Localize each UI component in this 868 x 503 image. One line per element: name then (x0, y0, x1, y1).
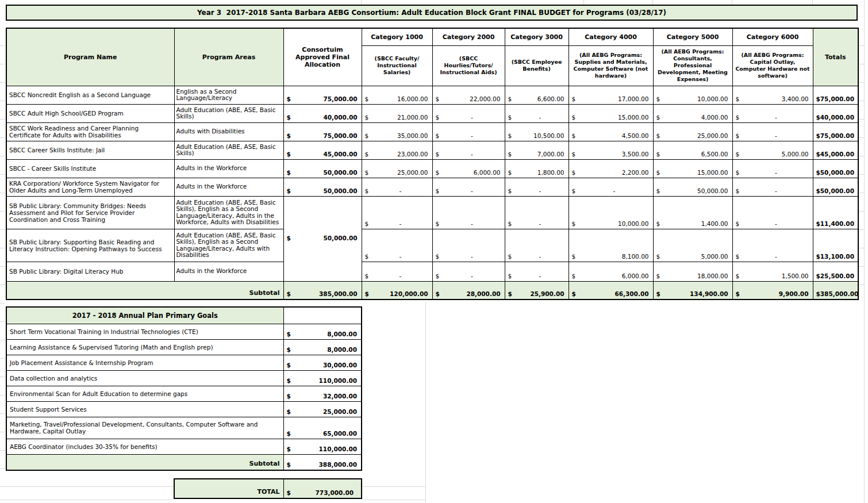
category-1000-cell[interactable]: $23,000.00 (362, 141, 432, 159)
program-areas-header-cell[interactable]: Program Areas (174, 28, 283, 86)
row-total-cell[interactable]: $25,500.00 (813, 262, 858, 281)
program-name-cell[interactable]: SBCC Work Readiness and Career Planning … (6, 122, 174, 141)
category-2000-cell[interactable]: $- (432, 262, 505, 281)
grand-total-label-cell[interactable]: TOTAL (174, 479, 283, 498)
category-2000-cell[interactable]: $- (432, 229, 505, 262)
program-name-cell[interactable]: SBCC Career Skills Institute: Jail (6, 141, 174, 159)
program-areas-cell[interactable]: Adults in the Workforce (174, 262, 283, 281)
category-1000-cell[interactable]: $- (362, 178, 432, 196)
category-3000-cell[interactable]: $- (505, 229, 569, 262)
category-6000-cell[interactable]: $- (732, 196, 813, 229)
category-3000-cell[interactable]: $1,800.00 (505, 159, 569, 178)
allocation-cell[interactable]: $50,000.00 (283, 196, 362, 281)
category-3000-cell[interactable]: $10,500.00 (505, 122, 569, 141)
category-4000-header[interactable]: Category 4000 (569, 28, 653, 45)
allocation-cell[interactable]: $75,000.00 (283, 86, 362, 104)
row-total-cell[interactable]: $13,100.00 (813, 229, 858, 262)
category-4000-cell[interactable]: $6,000.00 (569, 262, 653, 281)
category-4000-cell[interactable]: $3,500.00 (569, 141, 653, 159)
program-areas-cell[interactable]: Adults with Disabilities (174, 122, 283, 141)
category-2000-subheader[interactable]: (SBCC Hourlies/Tutors/ Instructional Aid… (432, 45, 505, 86)
category-1000-cell[interactable]: $21,000.00 (362, 104, 432, 122)
category-2000-cell[interactable]: $- (432, 122, 505, 141)
category-3000-subheader[interactable]: (SBCC Employee Benefits) (505, 45, 569, 86)
category-5000-cell[interactable]: $15,000.00 (653, 159, 732, 178)
category-6000-header[interactable]: Category 6000 (732, 28, 813, 45)
category-6000-cell[interactable]: $- (732, 178, 813, 196)
goal-amount-cell[interactable]: $25,000.00 (283, 401, 362, 417)
category-3000-header[interactable]: Category 3000 (505, 28, 569, 45)
subtotal-category-6000-cell[interactable]: $9,900.00 (732, 281, 813, 300)
category-3000-cell[interactable]: $- (505, 262, 569, 281)
row-total-cell[interactable]: $45,000.00 (813, 141, 858, 159)
allocation-header-cell[interactable]: Consortuim Approved Final Allocation (283, 28, 362, 86)
program-areas-cell[interactable]: Adult Education (ABE, ASE, Basic Skills)… (174, 229, 283, 262)
category-1000-cell[interactable]: $16,000.00 (362, 86, 432, 104)
category-4000-cell[interactable]: $- (569, 178, 653, 196)
row-total-cell[interactable]: $75,000.00 (813, 122, 858, 141)
category-5000-cell[interactable]: $4,000.00 (653, 104, 732, 122)
category-5000-cell[interactable]: $18,000.00 (653, 262, 732, 281)
category-5000-subheader[interactable]: (All AEBG Programs: Consultants, Profess… (653, 45, 732, 86)
goals-amount-header-cell[interactable] (283, 307, 362, 324)
subtotal-category-4000-cell[interactable]: $66,300.00 (569, 281, 653, 300)
subtotal-category-2000-cell[interactable]: $28,000.00 (432, 281, 505, 300)
category-6000-cell[interactable]: $- (732, 229, 813, 262)
goal-label-cell[interactable]: Environmental Scan for Adult Education t… (6, 386, 283, 401)
program-name-cell[interactable]: SBCC Adult High School/GED Program (6, 104, 174, 122)
grand-total-amount-cell[interactable]: $ 773,000.00 (283, 479, 362, 498)
goal-amount-cell[interactable]: $65,000.00 (283, 417, 362, 439)
goal-amount-cell[interactable]: $110,000.00 (283, 370, 362, 386)
category-1000-cell[interactable]: $- (362, 196, 432, 229)
category-4000-cell[interactable]: $10,000.00 (569, 196, 653, 229)
program-name-cell[interactable]: SB Public Library: Supporting Basic Read… (6, 229, 174, 262)
goal-label-cell[interactable]: Learning Assistance & Supervised Tutorin… (6, 339, 283, 355)
goal-label-cell[interactable]: Short Term Vocational Training in Indust… (6, 324, 283, 339)
allocation-cell[interactable]: $75,000.00 (283, 122, 362, 141)
allocation-cell[interactable]: $45,000.00 (283, 141, 362, 159)
category-4000-cell[interactable]: $15,000.00 (569, 104, 653, 122)
row-total-cell[interactable]: $11,400.00 (813, 196, 858, 229)
category-5000-cell[interactable]: $5,000.00 (653, 229, 732, 262)
category-3000-cell[interactable]: $- (505, 178, 569, 196)
subtotal-category-3000-cell[interactable]: $25,900.00 (505, 281, 569, 300)
category-2000-cell[interactable]: $6,000.00 (432, 159, 505, 178)
category-1000-cell[interactable]: $35,000.00 (362, 122, 432, 141)
category-5000-cell[interactable]: $6,500.00 (653, 141, 732, 159)
goal-label-cell[interactable]: Student Support Services (6, 401, 283, 417)
category-6000-cell[interactable]: $3,400.00 (732, 86, 813, 104)
category-2000-cell[interactable]: $22,000.00 (432, 86, 505, 104)
category-6000-cell[interactable]: $5,000.00 (732, 141, 813, 159)
category-2000-cell[interactable]: $- (432, 141, 505, 159)
category-1000-cell[interactable]: $25,000.00 (362, 159, 432, 178)
category-3000-cell[interactable]: $7,000.00 (505, 141, 569, 159)
category-5000-cell[interactable]: $25,000.00 (653, 122, 732, 141)
goal-label-cell[interactable]: AEBG Coordinator (includes 30-35% for be… (6, 439, 283, 454)
subtotal-category-1000-cell[interactable]: $120,000.00 (362, 281, 432, 300)
category-6000-cell[interactable]: $- (732, 122, 813, 141)
category-3000-cell[interactable]: $6,600.00 (505, 86, 569, 104)
goal-label-cell[interactable]: Data collection and analytics (6, 370, 283, 386)
category-2000-cell[interactable]: $- (432, 104, 505, 122)
category-4000-subheader[interactable]: (All AEBG Programs: Supplies and Materia… (569, 45, 653, 86)
goals-subtotal-amount-cell[interactable]: $388,000.00 (283, 454, 362, 470)
program-name-cell[interactable]: SBCC - Career Skills Institute (6, 159, 174, 178)
allocation-cell[interactable]: $50,000.00 (283, 159, 362, 178)
program-name-cell[interactable]: KRA Corporation/ Workforce System Naviga… (6, 178, 174, 196)
subtotal-allocation-cell[interactable]: $385,000.00 (283, 281, 362, 300)
category-1000-cell[interactable]: $- (362, 229, 432, 262)
goal-label-cell[interactable]: Marketing, Travel/Professional Developme… (6, 417, 283, 439)
category-1000-subheader[interactable]: (SBCC Faculty/ Instructional Salaries) (362, 45, 432, 86)
program-name-cell[interactable]: SB Public Library: Digital Literacy Hub (6, 262, 174, 281)
goal-label-cell[interactable]: Job Placement Assistance & Internship Pr… (6, 355, 283, 370)
program-areas-cell[interactable]: Adults in the Workforce (174, 159, 283, 178)
program-name-header-cell[interactable]: Program Name (6, 28, 174, 86)
program-areas-cell[interactable]: Adult Education (ABE, ASE, Basic Skills) (174, 141, 283, 159)
category-2000-header[interactable]: Category 2000 (432, 28, 505, 45)
row-total-cell[interactable]: $50,000.00 (813, 159, 858, 178)
allocation-cell[interactable]: $40,000.00 (283, 104, 362, 122)
category-2000-cell[interactable]: $- (432, 178, 505, 196)
category-3000-cell[interactable]: $- (505, 104, 569, 122)
goal-amount-cell[interactable]: $32,000.00 (283, 386, 362, 401)
category-5000-cell[interactable]: $1,400.00 (653, 196, 732, 229)
